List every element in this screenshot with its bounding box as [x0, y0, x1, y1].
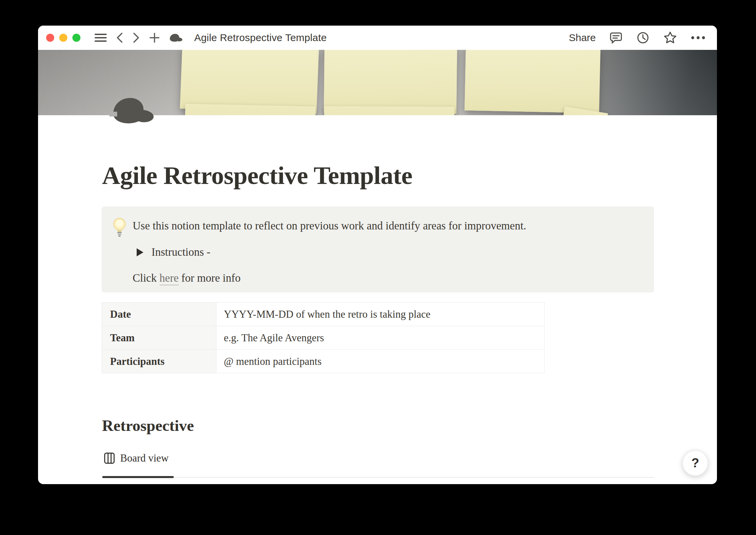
forward-icon[interactable]: [132, 32, 140, 43]
section-heading: Retrospective: [102, 416, 194, 435]
toggle-label: Instructions -: [151, 244, 210, 260]
titlebar: Agile Retrospective Template Share: [38, 26, 717, 50]
minimize-window-button[interactable]: [59, 34, 67, 42]
link-prefix: Click: [133, 272, 160, 284]
property-value-team[interactable]: e.g. The Agile Avengers: [216, 326, 544, 349]
property-name-team[interactable]: Team: [102, 326, 216, 349]
more-options-icon[interactable]: [691, 36, 706, 40]
page-cap-icon-small: [169, 33, 183, 43]
property-name-participants[interactable]: Participants: [102, 350, 216, 373]
favorite-star-icon[interactable]: [663, 31, 677, 45]
properties-table: Date YYYY-MM-DD of when the retro is tak…: [102, 302, 545, 373]
table-row: Team e.g. The Agile Avengers: [102, 326, 544, 350]
sticky-note: [324, 106, 454, 115]
table-row: Date YYYY-MM-DD of when the retro is tak…: [102, 303, 544, 326]
property-value-date[interactable]: YYYY-MM-DD of when the retro is taking p…: [216, 303, 544, 326]
sticky-note: [324, 50, 457, 114]
property-value-participants[interactable]: @ mention participants: [216, 350, 544, 373]
notion-app-window: Agile Retrospective Template Share: [38, 26, 717, 484]
property-name-date[interactable]: Date: [102, 303, 216, 326]
comments-icon[interactable]: [609, 31, 623, 44]
tabs-divider: [102, 477, 654, 478]
instructions-toggle[interactable]: Instructions -: [137, 244, 641, 260]
window-title: Agile Retrospective Template: [194, 32, 327, 43]
more-info-line: Click here for more info: [133, 272, 641, 284]
link-suffix: for more info: [179, 272, 241, 284]
back-icon[interactable]: [115, 32, 124, 43]
page-cap-icon[interactable]: [109, 95, 157, 126]
lightbulb-icon: [112, 217, 127, 238]
traffic-lights: [46, 34, 80, 42]
history-clock-icon[interactable]: [636, 31, 650, 44]
here-link[interactable]: here: [160, 272, 179, 285]
close-window-button[interactable]: [46, 34, 54, 42]
board-view-icon: [104, 452, 115, 464]
callout-text: Use this notion template to reflect on p…: [133, 218, 641, 234]
table-row: Participants @ mention participants: [102, 350, 544, 373]
callout-block: Use this notion template to reflect on p…: [102, 207, 654, 292]
sidebar-menu-icon[interactable]: [95, 33, 107, 42]
tab-board-view[interactable]: Board view: [104, 452, 169, 464]
page-title: Agile Retrospective Template: [102, 161, 654, 190]
zoom-window-button[interactable]: [72, 34, 80, 42]
toggle-arrow-icon[interactable]: [137, 248, 143, 256]
board-view-label: Board view: [120, 452, 169, 464]
share-button[interactable]: Share: [569, 32, 596, 43]
active-tab-underline: [102, 476, 174, 478]
help-button[interactable]: ?: [682, 450, 708, 476]
sticky-note: [465, 50, 600, 113]
new-tab-plus-icon[interactable]: [149, 32, 160, 43]
